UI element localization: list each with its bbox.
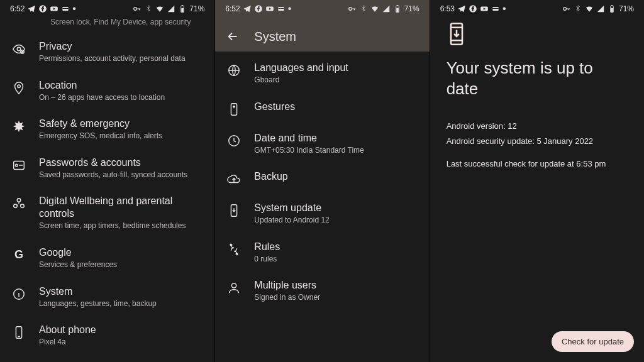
status-bar: 6:53 • 71% — [430, 0, 644, 16]
info-icon — [11, 287, 26, 302]
status-bar: 6:52 • 71% — [215, 0, 429, 16]
youtube-icon — [480, 4, 489, 13]
status-left: 6:52 • — [225, 4, 291, 14]
vpn-key-icon — [348, 4, 357, 13]
system-item-backup[interactable]: Backup — [215, 163, 429, 194]
settings-item-wellbeing[interactable]: Digital Wellbeing and parental controlsS… — [0, 187, 214, 239]
svg-rect-40 — [611, 8, 613, 12]
item-title: Gestures — [254, 101, 295, 113]
svg-rect-36 — [492, 8, 498, 9]
passwords-card-icon — [11, 158, 26, 173]
svg-point-4 — [134, 8, 137, 11]
system-update-icon — [226, 203, 242, 218]
card-icon — [277, 4, 286, 13]
status-dot-icon: • — [288, 4, 292, 14]
item-title: Safety & emergency — [39, 118, 162, 130]
facebook-icon — [469, 4, 477, 13]
update-details: Android version: 12 Android security upd… — [447, 109, 628, 173]
svg-rect-3 — [63, 8, 69, 9]
item-sub: 0 rules — [254, 255, 280, 265]
system-item-date-time[interactable]: Date and timeGMT+05:30 India Standard Ti… — [215, 124, 429, 163]
item-sub: Languages, gestures, time, backup — [39, 299, 157, 309]
item-title: Digital Wellbeing and parental controls — [39, 195, 203, 220]
settings-main-screen: 6:52 • 71% Screen lock, Find My Device, … — [0, 0, 214, 362]
item-title: Rules — [254, 241, 280, 253]
status-time: 6:53 — [440, 4, 455, 13]
bluetooth-icon — [359, 4, 368, 13]
settings-item-google[interactable]: G GoogleServices & preferences — [0, 239, 214, 278]
svg-rect-6 — [182, 5, 183, 6]
security-update-line: Android security update: 5 January 2022 — [447, 135, 628, 148]
system-item-languages[interactable]: Languages and inputGboard — [215, 54, 429, 93]
youtube-icon — [265, 4, 274, 13]
check-update-button[interactable]: Check for update — [552, 331, 634, 352]
settings-item-about-phone[interactable]: About phonePixel 4a — [0, 316, 214, 355]
status-right: 71% — [348, 4, 419, 13]
settings-system-screen: System 6:52 • 71% Languages and inputGbo… — [214, 0, 429, 362]
status-left: 6:52 • — [10, 4, 76, 14]
settings-list: PrivacyPermissions, account activity, pe… — [0, 30, 214, 360]
status-dot-icon: • — [502, 4, 506, 14]
svg-point-13 — [17, 199, 21, 202]
system-item-rules[interactable]: Rules0 rules — [215, 233, 429, 272]
svg-rect-2 — [63, 7, 69, 11]
status-battery: 71% — [189, 4, 204, 13]
system-item-system-update[interactable]: System updateUpdated to Android 12 — [215, 194, 429, 233]
signal-icon — [167, 4, 175, 13]
settings-item-location[interactable]: LocationOn – 26 apps have access to loca… — [0, 72, 214, 111]
google-g-icon: G — [11, 248, 26, 263]
item-sub: Gboard — [254, 75, 348, 85]
clock-icon — [226, 133, 242, 148]
item-sub: Permissions, account activity, personal … — [39, 54, 186, 64]
settings-item-safety[interactable]: Safety & emergencyEmergency SOS, medical… — [0, 110, 214, 149]
item-title: Multiple users — [254, 279, 320, 292]
item-title: Google — [39, 246, 117, 259]
gesture-phone-icon — [226, 102, 242, 117]
vpn-key-icon — [133, 4, 142, 13]
svg-point-12 — [16, 164, 18, 167]
svg-rect-21 — [278, 8, 284, 9]
wifi-icon — [585, 4, 594, 13]
svg-point-15 — [21, 204, 25, 208]
privacy-eye-icon — [11, 41, 26, 57]
settings-item-privacy[interactable]: PrivacyPermissions, account activity, pe… — [0, 33, 214, 72]
status-right: 71% — [562, 4, 634, 13]
telegram-icon — [457, 4, 466, 13]
status-battery: 71% — [404, 4, 419, 13]
card-icon — [491, 4, 500, 13]
medical-asterisk-icon — [11, 119, 26, 134]
battery-icon — [608, 4, 616, 13]
svg-point-30 — [230, 244, 232, 246]
status-dot-icon: • — [72, 4, 76, 14]
cloud-upload-icon — [226, 172, 242, 187]
item-title: Passwords & accounts — [39, 156, 187, 169]
wifi-icon — [370, 4, 379, 13]
item-title: Languages and input — [254, 62, 348, 74]
item-sub: Screen time, app timers, bedtime schedul… — [39, 221, 203, 231]
vpn-key-icon — [562, 4, 571, 13]
item-title: Location — [39, 79, 165, 92]
system-update-large-icon — [447, 23, 467, 45]
battery-icon — [178, 4, 187, 13]
wifi-icon — [155, 4, 164, 13]
youtube-icon — [50, 4, 58, 13]
status-right: 71% — [133, 4, 204, 13]
update-headline: Your system is up to date — [447, 55, 628, 99]
android-version-line: Android version: 12 — [447, 120, 628, 133]
rules-icon — [226, 242, 242, 257]
system-item-multiple-users[interactable]: Multiple usersSigned in as Owner — [215, 272, 429, 310]
battery-icon — [393, 4, 402, 13]
system-update-screen: 6:53 • 71% Your system is up to date And… — [430, 0, 644, 362]
item-sub: Pixel 4a — [39, 337, 96, 348]
card-icon — [61, 4, 70, 13]
settings-item-passwords[interactable]: Passwords & accountsSaved passwords, aut… — [0, 149, 214, 188]
item-sub: On – 26 apps have access to location — [39, 93, 165, 103]
system-item-gestures[interactable]: Gestures — [215, 93, 429, 124]
item-title: Date and time — [254, 132, 364, 145]
system-list: Languages and inputGboard Gestures Date … — [215, 52, 429, 315]
back-button[interactable] — [225, 29, 240, 44]
last-check-line: Last successful check for update at 6:53… — [447, 158, 628, 170]
update-content: Your system is up to date Android versio… — [430, 16, 644, 173]
settings-item-system[interactable]: SystemLanguages, gestures, time, backup — [0, 278, 214, 317]
item-sub: Emergency SOS, medical info, alerts — [39, 131, 162, 141]
